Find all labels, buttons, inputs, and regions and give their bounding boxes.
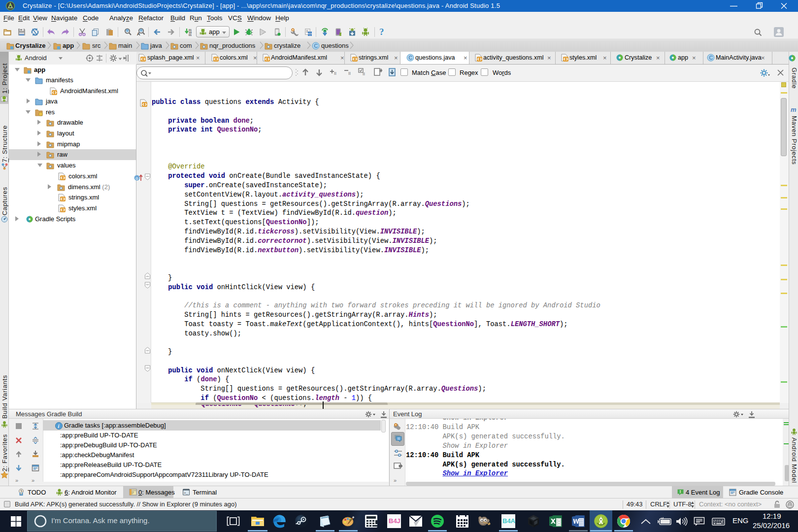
svg-text:i: i (58, 424, 60, 429)
svg-text:II: II (334, 71, 336, 76)
svg-text:o: o (135, 176, 138, 181)
svg-text:C: C (409, 55, 413, 61)
svg-text:II: II (363, 71, 365, 76)
svg-text:II: II (348, 71, 351, 76)
svg-text:A: A (137, 32, 140, 36)
svg-text:C: C (709, 55, 713, 61)
svg-text:!: ! (680, 489, 681, 494)
svg-text:C: C (314, 43, 318, 49)
svg-text:01: 01 (189, 33, 192, 36)
svg-text:>_: >_ (184, 491, 188, 495)
